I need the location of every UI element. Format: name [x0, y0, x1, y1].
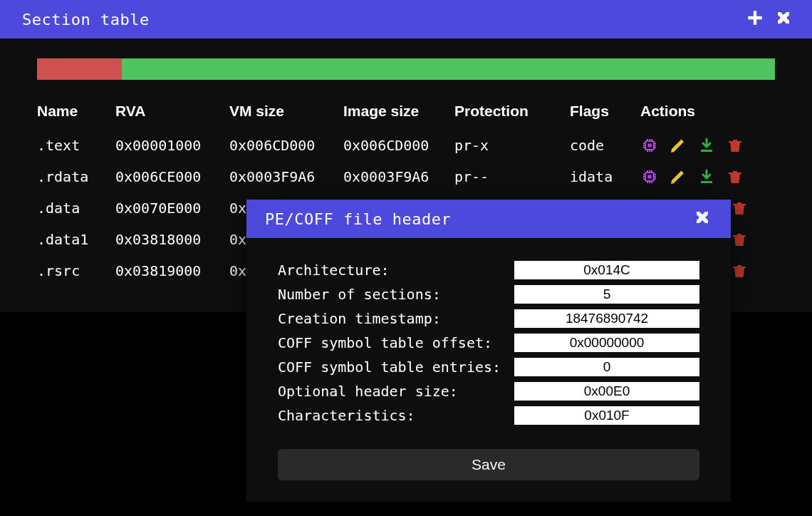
segment: [122, 58, 775, 80]
cell-img: 0x0003F9A6: [343, 168, 454, 185]
cell-name: .data1: [37, 231, 115, 248]
segment: [37, 58, 122, 80]
form-row: COFF symbol table entries:: [278, 355, 699, 379]
form-row: Architecture:: [278, 258, 699, 282]
cell-vm: 0x0003F9A6: [229, 168, 343, 185]
section-usage-bar: [37, 58, 775, 80]
cell-flags: idata: [570, 168, 640, 185]
cell-name: .rsrc: [37, 262, 115, 279]
cell-actions: [640, 136, 776, 155]
close-icon: [775, 9, 792, 29]
edit-button[interactable]: [669, 167, 687, 186]
delete-button[interactable]: [730, 199, 749, 217]
field-input[interactable]: [514, 285, 699, 304]
cell-name: .rdata: [37, 168, 115, 185]
cell-rva: 0x03819000: [115, 262, 229, 279]
cell-rva: 0x0070E000: [115, 200, 229, 217]
plus-icon: [746, 9, 764, 30]
col-actions: Actions: [640, 103, 776, 120]
save-button[interactable]: Save: [278, 449, 699, 480]
col-protection: Protection: [454, 103, 570, 120]
section-table-title: Section table: [22, 11, 150, 29]
section-table-titlebar: Section table: [0, 0, 812, 38]
field-input[interactable]: [514, 358, 699, 376]
cell-flags: code: [570, 137, 640, 154]
field-label: COFF symbol table entries:: [278, 358, 514, 376]
table-row: .text 0x00001000 0x006CD000 0x006CD000 p…: [37, 130, 775, 161]
close-modal-button[interactable]: [688, 205, 717, 233]
edit-button[interactable]: [669, 136, 687, 155]
delete-button[interactable]: [726, 136, 744, 155]
col-image-size: Image size: [343, 103, 454, 120]
form-row: COFF symbol table offset:: [278, 331, 699, 355]
field-label: Characteristics:: [278, 407, 514, 424]
download-button[interactable]: [697, 136, 716, 155]
field-input[interactable]: [514, 382, 699, 401]
field-label: Optional header size:: [278, 383, 514, 400]
cell-name: .text: [37, 137, 115, 154]
field-input[interactable]: [514, 261, 699, 279]
add-section-button[interactable]: [741, 5, 769, 33]
col-vm-size: VM size: [229, 103, 343, 120]
chip-button[interactable]: [640, 167, 659, 186]
field-input[interactable]: [514, 334, 699, 352]
col-name: Name: [37, 103, 115, 120]
cell-prot: pr--: [454, 168, 570, 185]
cell-img: 0x006CD000: [343, 137, 454, 154]
download-button[interactable]: [697, 167, 716, 186]
col-rva: RVA: [115, 103, 229, 120]
delete-button[interactable]: [726, 167, 744, 186]
modal-title: PE/COFF file header: [265, 210, 451, 228]
cell-actions: [640, 167, 776, 186]
field-input[interactable]: [514, 406, 699, 425]
form-row: Number of sections:: [278, 282, 699, 306]
cell-rva: 0x006CE000: [115, 168, 229, 185]
pe-coff-header-modal: PE/COFF file header Architecture: Number…: [246, 200, 731, 502]
section-table-header: Name RVA VM size Image size Protection F…: [37, 103, 775, 120]
close-icon: [694, 209, 711, 229]
field-label: Number of sections:: [278, 286, 514, 303]
form-row: Creation timestamp:: [278, 306, 699, 331]
form-row: Optional header size:: [278, 379, 699, 403]
cell-vm: 0x006CD000: [229, 137, 343, 154]
field-input[interactable]: [514, 309, 699, 328]
modal-body: Architecture: Number of sections: Creati…: [246, 238, 731, 502]
cell-rva: 0x03818000: [115, 231, 229, 248]
form-row: Characteristics:: [278, 403, 699, 428]
delete-button[interactable]: [730, 230, 749, 249]
chip-button[interactable]: [640, 136, 659, 155]
cell-prot: pr-x: [454, 137, 570, 154]
cell-rva: 0x00001000: [115, 137, 229, 154]
delete-button[interactable]: [730, 262, 749, 280]
table-row: .rdata 0x006CE000 0x0003F9A6 0x0003F9A6 …: [37, 161, 775, 192]
field-label: Architecture:: [278, 262, 514, 279]
field-label: Creation timestamp:: [278, 310, 514, 327]
field-label: COFF symbol table offset:: [278, 334, 514, 351]
modal-titlebar: PE/COFF file header: [246, 200, 731, 238]
cell-name: .data: [37, 200, 115, 217]
close-section-table-button[interactable]: [769, 5, 798, 33]
col-flags: Flags: [570, 103, 640, 120]
